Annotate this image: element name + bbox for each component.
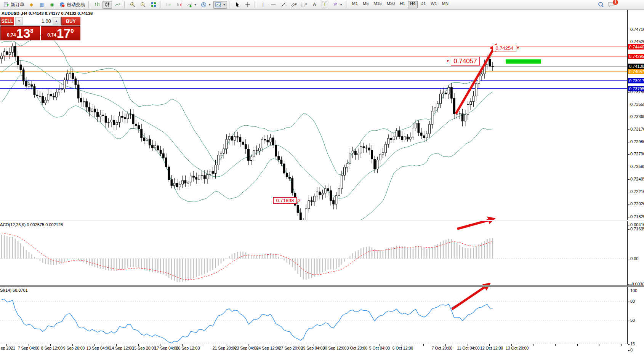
- sell-button[interactable]: SELL: [0, 17, 14, 26]
- volume-decrease-button[interactable]: ▼: [15, 17, 23, 25]
- ask-big-digits: 17: [57, 28, 71, 39]
- price-annotation-label: 0.74254: [493, 45, 516, 51]
- bid-pip-digit: 8: [30, 27, 33, 34]
- mt4-window: 新订单 ◆ ▦ ◉ 自动交易 ▼ ▼ ▼ | — E F A: [0, 0, 644, 361]
- rsi-panel-splitter[interactable]: [0, 285, 644, 287]
- price-badge: 0.74440: [628, 44, 644, 50]
- ask-prefix: 0.74: [47, 32, 56, 38]
- macd-panel-splitter[interactable]: [0, 220, 644, 221]
- price-annotation-label: 0.71698: [273, 197, 297, 204]
- price-badge: 0.74138: [628, 64, 644, 69]
- highlight-rectangle: [506, 59, 541, 64]
- price-badge: 0.73795: [628, 86, 644, 91]
- price-badge: 0.73917: [628, 78, 644, 83]
- annotation-connector: [298, 200, 300, 201]
- symbol-ohlc-header: AUDUSD-,H4 0.74143 0.74177 0.74132 0.741…: [2, 11, 93, 16]
- annotation-connector: [517, 47, 519, 49]
- candlesticks: [1, 42, 494, 228]
- rsi-indicator-label: SI(14) 68.8701: [0, 288, 28, 292]
- price-badge: 0.74295: [628, 54, 644, 59]
- annotation-connector: [447, 60, 449, 62]
- rsi-plot: [0, 299, 627, 344]
- bollinger-bands: [2, 35, 493, 236]
- ask-pip-digit: 0: [70, 27, 74, 34]
- one-click-trading-panel: SELL ▼ ▲ BUY 0.74 13 8 0.74 17 0: [0, 17, 80, 40]
- volume-increase-button[interactable]: ▲: [53, 17, 60, 25]
- volume-input[interactable]: [23, 17, 53, 25]
- bid-prefix: 0.74: [7, 32, 16, 38]
- price-badge: 0.74057: [628, 69, 644, 74]
- macd-plot: [0, 233, 627, 282]
- macd-indicator-label: ACD(12,26,9) 0.002575 0.002128: [0, 222, 63, 227]
- bid-big-digits: 13: [16, 28, 30, 39]
- bid-quote[interactable]: 0.74 13 8: [0, 26, 40, 40]
- annotation-arrows: [451, 46, 495, 309]
- chart-canvas[interactable]: [0, 0, 644, 361]
- horizontal-level-lines: [0, 47, 627, 89]
- price-annotation-label: 0.74057: [451, 57, 480, 65]
- buy-button[interactable]: BUY: [61, 17, 80, 26]
- ask-quote[interactable]: 0.74 17 0: [41, 26, 80, 40]
- volume-control: ▼ ▲: [15, 17, 61, 26]
